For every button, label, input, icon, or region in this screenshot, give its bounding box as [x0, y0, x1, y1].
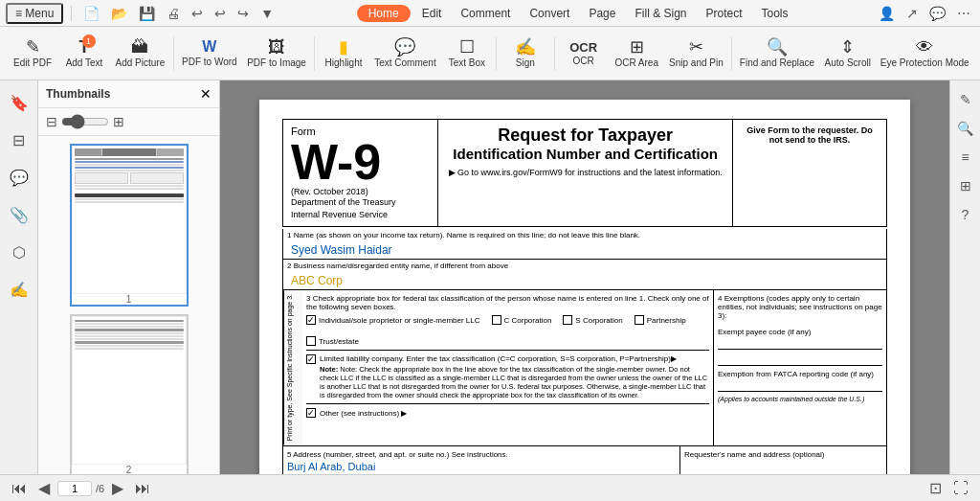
- bookmark-icon[interactable]: 🔖: [4, 88, 34, 118]
- undo2-icon[interactable]: ↩: [211, 4, 230, 23]
- edit-right-icon[interactable]: ✎: [956, 88, 975, 111]
- comment-icon[interactable]: 💬: [925, 4, 949, 23]
- toolbar-separator-4: [554, 36, 555, 71]
- auto-scroll-icon: ⇕: [840, 38, 855, 56]
- grid-right-icon[interactable]: ⊞: [956, 174, 975, 197]
- more-icon[interactable]: ▼: [256, 4, 278, 23]
- text-comment-label: Text Comment: [374, 57, 435, 68]
- thumbnail-image-2: [72, 316, 187, 465]
- pdf-to-word-button[interactable]: W PDF to Word: [178, 31, 241, 77]
- search-right-icon[interactable]: 🔍: [953, 117, 977, 140]
- menu-home[interactable]: Home: [357, 5, 411, 22]
- thumbnail-page-2[interactable]: 2: [70, 314, 189, 477]
- menu-convert[interactable]: Convert: [522, 5, 577, 22]
- add-text-badge-wrapper: T 1: [79, 38, 90, 56]
- comment-side-icon[interactable]: 💬: [4, 163, 34, 193]
- redo-icon[interactable]: ↪: [234, 4, 253, 23]
- other-checkbox[interactable]: [306, 408, 316, 418]
- left-side-panel: 🔖 ⊟ 💬 📎 ⬡ ✍: [0, 80, 38, 501]
- menu-edit[interactable]: Edit: [414, 5, 450, 22]
- highlight-button[interactable]: ▮ Highlight: [319, 31, 368, 77]
- pdf-to-image-button[interactable]: 🖼 PDF to Image: [243, 31, 310, 77]
- menu-protect[interactable]: Protect: [699, 5, 750, 22]
- page-number-input[interactable]: 1: [57, 481, 92, 496]
- menu-page[interactable]: Page: [581, 5, 623, 22]
- s-corp-checkbox[interactable]: [563, 315, 572, 325]
- page-icon[interactable]: ⊟: [7, 125, 31, 155]
- layers-right-icon[interactable]: ≡: [957, 146, 972, 169]
- fit-page-button[interactable]: ⊡: [925, 477, 946, 499]
- edit-pdf-button[interactable]: ✎ Edit PDF: [8, 31, 57, 77]
- exempt-payee-label: Exempt payee code (if any): [718, 328, 811, 336]
- llc-row: Limited liability company. Enter the tax…: [306, 350, 709, 399]
- w9-number: W-9: [291, 137, 381, 187]
- last-page-button[interactable]: ⏭: [131, 478, 154, 499]
- mini-header: [75, 148, 184, 156]
- field-3-inner: 3 Check appropriate box for federal tax …: [302, 290, 713, 444]
- save-icon[interactable]: 💾: [135, 4, 159, 23]
- add-picture-button[interactable]: 🏔 Add Picture: [111, 31, 169, 77]
- partnership-checkbox[interactable]: [635, 315, 644, 325]
- first-page-button[interactable]: ⏮: [8, 478, 31, 499]
- thumbnails-close-button[interactable]: ✕: [200, 86, 212, 102]
- snip-pin-button[interactable]: ✂ Snip and Pin: [665, 31, 727, 77]
- thumbnail-size-slider[interactable]: [61, 114, 109, 129]
- prev-page-button[interactable]: ◀: [34, 477, 54, 499]
- text-box-button[interactable]: ☐ Text Box: [442, 31, 492, 77]
- menu-tools[interactable]: Tools: [754, 5, 796, 22]
- add-text-button[interactable]: T 1 Add Text: [59, 31, 109, 77]
- add-picture-icon: 🏔: [131, 38, 148, 56]
- mini-line-7: [75, 188, 184, 190]
- c-corp-checkbox[interactable]: [492, 315, 501, 325]
- signature-side-icon[interactable]: ✍: [4, 275, 34, 305]
- individual-checkbox[interactable]: [306, 315, 316, 325]
- menu-button[interactable]: ≡ Menu: [6, 3, 63, 24]
- help-right-icon[interactable]: ?: [958, 203, 973, 226]
- zoom-in-thumb-icon[interactable]: ⊞: [113, 114, 124, 129]
- w9-rev-date: (Rev. October 2018): [291, 187, 430, 196]
- eye-protection-label: Eye Protection Mode: [880, 57, 969, 68]
- ocr-icon: OCR: [569, 41, 597, 54]
- next-page-button[interactable]: ▶: [108, 477, 127, 499]
- sign-label: Sign: [516, 57, 535, 68]
- w9-form-num: Form W-9: [291, 125, 430, 187]
- fullscreen-button[interactable]: ⛶: [949, 478, 972, 499]
- paperclip-icon[interactable]: 📎: [4, 200, 34, 230]
- ocr-area-button[interactable]: ⊞ OCR Area: [611, 31, 663, 77]
- thumbnail-page-1[interactable]: 1: [70, 144, 189, 307]
- new-file-icon[interactable]: 📄: [79, 4, 103, 23]
- stamp-icon[interactable]: ⬡: [7, 238, 32, 267]
- w9-form-label-text: Form W-9: [291, 125, 381, 187]
- print-icon[interactable]: 🖨: [163, 4, 184, 23]
- mini-line-p2-10: [75, 348, 184, 350]
- mini-line-10: [75, 201, 184, 203]
- llc-checkbox[interactable]: [306, 354, 316, 364]
- thumbnails-title: Thumbnails: [46, 87, 110, 101]
- pdf-area[interactable]: Form W-9 (Rev. October 2018) Department …: [220, 80, 949, 501]
- menu-fill-sign[interactable]: Fill & Sign: [627, 5, 694, 22]
- pdf-to-image-label: PDF to Image: [247, 57, 306, 68]
- thumbnails-controls: ⊟ ⊞: [38, 108, 219, 136]
- mini-line-1: [75, 158, 184, 160]
- auto-scroll-label: Auto Scroll: [825, 57, 871, 68]
- sign-button[interactable]: ✍ Sign: [501, 31, 550, 77]
- llc-note: Note: Note: Check the appropriate box in…: [320, 365, 709, 399]
- mini-form-2: [73, 317, 186, 464]
- auto-scroll-button[interactable]: ⇕ Auto Scroll: [820, 31, 876, 77]
- ocr-button[interactable]: OCR OCR: [559, 31, 609, 77]
- minimize-icon[interactable]: ⋯: [953, 4, 974, 23]
- share-icon[interactable]: ↗: [902, 4, 922, 23]
- mini-line-p2-7: [75, 338, 184, 340]
- user-icon[interactable]: 👤: [875, 4, 899, 23]
- snip-pin-icon: ✂: [689, 38, 703, 56]
- edit-pdf-icon: ✎: [26, 38, 40, 56]
- eye-protection-button[interactable]: 👁 Eye Protection Mode: [878, 31, 972, 77]
- trust-checkbox[interactable]: [306, 336, 316, 346]
- menu-comment[interactable]: Comment: [453, 5, 518, 22]
- find-replace-button[interactable]: 🔍 Find and Replace: [736, 31, 818, 77]
- open-file-icon[interactable]: 📂: [107, 4, 131, 23]
- zoom-out-thumb-icon[interactable]: ⊟: [46, 114, 57, 129]
- text-comment-button[interactable]: 💬 Text Comment: [370, 31, 440, 77]
- mini-row-1: [75, 172, 184, 184]
- undo-icon[interactable]: ↩: [188, 4, 207, 23]
